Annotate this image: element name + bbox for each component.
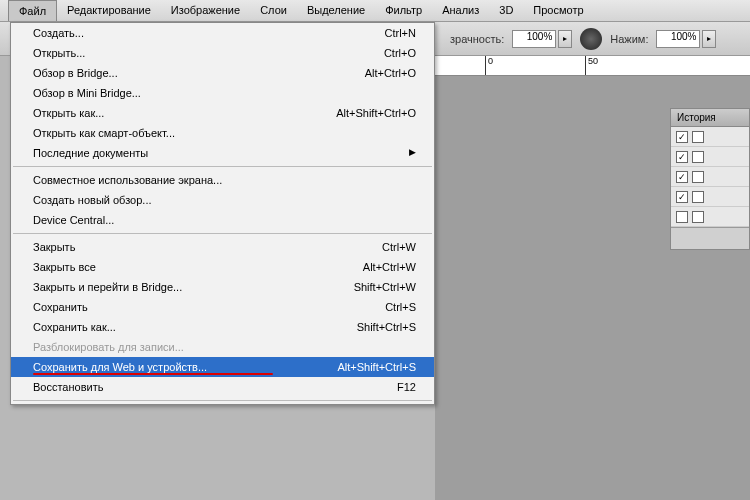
menu-3d[interactable]: 3D bbox=[489, 0, 523, 21]
menu-separator bbox=[13, 233, 432, 234]
menu-item[interactable]: Создать новый обзор... bbox=[11, 190, 434, 210]
menu-item-shortcut: Alt+Shift+Ctrl+S bbox=[337, 361, 416, 373]
menu-item[interactable]: Открыть как...Alt+Shift+Ctrl+O bbox=[11, 103, 434, 123]
menu-файл[interactable]: Файл bbox=[8, 0, 57, 21]
menu-item[interactable]: Открыть...Ctrl+O bbox=[11, 43, 434, 63]
menu-item-label: Восстановить bbox=[33, 381, 103, 393]
menu-item[interactable]: Создать...Ctrl+N bbox=[11, 23, 434, 43]
menu-item-label: Совместное использование экрана... bbox=[33, 174, 222, 186]
menu-редактирование[interactable]: Редактирование bbox=[57, 0, 161, 21]
ruler-horizontal: 050 bbox=[435, 56, 750, 76]
menu-item[interactable]: Открыть как смарт-объект... bbox=[11, 123, 434, 143]
menu-просмотр[interactable]: Просмотр bbox=[523, 0, 593, 21]
pressure-field[interactable]: 100% ▸ bbox=[656, 30, 716, 48]
menu-item-label: Сохранить для Web и устройств... bbox=[33, 361, 207, 373]
menu-item-shortcut: Ctrl+O bbox=[384, 47, 416, 59]
history-row[interactable]: ✓ bbox=[671, 167, 749, 187]
menu-item-shortcut: Shift+Ctrl+W bbox=[354, 281, 416, 293]
visibility-checkbox[interactable]: ✓ bbox=[676, 151, 688, 163]
menu-item-shortcut: Alt+Shift+Ctrl+O bbox=[336, 107, 416, 119]
menu-item[interactable]: СохранитьCtrl+S bbox=[11, 297, 434, 317]
history-tab[interactable]: История bbox=[671, 109, 749, 127]
menu-item-shortcut: Alt+Ctrl+W bbox=[363, 261, 416, 273]
menu-item-label: Открыть... bbox=[33, 47, 85, 59]
menu-item[interactable]: Закрыть всеAlt+Ctrl+W bbox=[11, 257, 434, 277]
menu-item[interactable]: ЗакрытьCtrl+W bbox=[11, 237, 434, 257]
menu-слои[interactable]: Слои bbox=[250, 0, 297, 21]
menu-item-label: Обзор в Bridge... bbox=[33, 67, 118, 79]
menu-item-label: Сохранить как... bbox=[33, 321, 116, 333]
menu-separator bbox=[13, 166, 432, 167]
visibility-checkbox[interactable]: ✓ bbox=[676, 191, 688, 203]
file-menu-dropdown: Создать...Ctrl+NОткрыть...Ctrl+OОбзор в … bbox=[10, 22, 435, 405]
menu-item-label: Закрыть и перейти в Bridge... bbox=[33, 281, 182, 293]
menu-item-label: Последние документы bbox=[33, 147, 148, 159]
history-checkbox[interactable] bbox=[692, 211, 704, 223]
history-row[interactable]: ✓ bbox=[671, 147, 749, 167]
menu-item-label: Создать новый обзор... bbox=[33, 194, 152, 206]
menu-item-label: Открыть как... bbox=[33, 107, 104, 119]
menu-item-shortcut: Ctrl+N bbox=[385, 27, 416, 39]
menu-фильтр[interactable]: Фильтр bbox=[375, 0, 432, 21]
opacity-label: зрачность: bbox=[450, 33, 504, 45]
menu-item-label: Разблокировать для записи... bbox=[33, 341, 184, 353]
menu-анализ[interactable]: Анализ bbox=[432, 0, 489, 21]
menu-item-label: Device Central... bbox=[33, 214, 114, 226]
menu-item-shortcut: Shift+Ctrl+S bbox=[357, 321, 416, 333]
menu-item-label: Открыть как смарт-объект... bbox=[33, 127, 175, 139]
menu-item: Разблокировать для записи... bbox=[11, 337, 434, 357]
ruler-tick: 0 bbox=[485, 56, 493, 76]
ruler-tick: 50 bbox=[585, 56, 598, 76]
pressure-spinner[interactable]: ▸ bbox=[702, 30, 716, 48]
history-row[interactable] bbox=[671, 207, 749, 227]
menu-item-shortcut: Ctrl+W bbox=[382, 241, 416, 253]
history-panel: История ✓✓✓✓ bbox=[670, 108, 750, 250]
menu-item[interactable]: ВосстановитьF12 bbox=[11, 377, 434, 397]
visibility-checkbox[interactable]: ✓ bbox=[676, 131, 688, 143]
pressure-label: Нажим: bbox=[610, 33, 648, 45]
menu-item[interactable]: Device Central... bbox=[11, 210, 434, 230]
menu-item-label: Обзор в Mini Bridge... bbox=[33, 87, 141, 99]
panel-footer bbox=[671, 227, 749, 249]
menu-item-label: Создать... bbox=[33, 27, 84, 39]
history-checkbox[interactable] bbox=[692, 151, 704, 163]
menu-item[interactable]: Закрыть и перейти в Bridge...Shift+Ctrl+… bbox=[11, 277, 434, 297]
menu-выделение[interactable]: Выделение bbox=[297, 0, 375, 21]
menu-item-shortcut: Ctrl+S bbox=[385, 301, 416, 313]
history-checkbox[interactable] bbox=[692, 131, 704, 143]
menu-item[interactable]: Совместное использование экрана... bbox=[11, 170, 434, 190]
opacity-input[interactable]: 100% bbox=[512, 30, 556, 48]
menu-изображение[interactable]: Изображение bbox=[161, 0, 250, 21]
visibility-checkbox[interactable]: ✓ bbox=[676, 171, 688, 183]
menubar: ФайлРедактированиеИзображениеСлоиВыделен… bbox=[0, 0, 750, 22]
history-row[interactable]: ✓ bbox=[671, 187, 749, 207]
history-row[interactable]: ✓ bbox=[671, 127, 749, 147]
menu-item[interactable]: Последние документы bbox=[11, 143, 434, 163]
menu-item-shortcut: Alt+Ctrl+O bbox=[365, 67, 416, 79]
menu-separator bbox=[13, 400, 432, 401]
menu-item[interactable]: Сохранить для Web и устройств...Alt+Shif… bbox=[11, 357, 434, 377]
history-checkbox[interactable] bbox=[692, 191, 704, 203]
menu-item[interactable]: Обзор в Bridge...Alt+Ctrl+O bbox=[11, 63, 434, 83]
menu-item-label: Сохранить bbox=[33, 301, 88, 313]
opacity-spinner[interactable]: ▸ bbox=[558, 30, 572, 48]
brush-icon[interactable] bbox=[580, 28, 602, 50]
menu-item[interactable]: Обзор в Mini Bridge... bbox=[11, 83, 434, 103]
opacity-field[interactable]: 100% ▸ bbox=[512, 30, 572, 48]
menu-item[interactable]: Сохранить как...Shift+Ctrl+S bbox=[11, 317, 434, 337]
menu-item-label: Закрыть bbox=[33, 241, 75, 253]
visibility-checkbox[interactable] bbox=[676, 211, 688, 223]
menu-item-label: Закрыть все bbox=[33, 261, 96, 273]
menu-item-shortcut: F12 bbox=[397, 381, 416, 393]
pressure-input[interactable]: 100% bbox=[656, 30, 700, 48]
history-checkbox[interactable] bbox=[692, 171, 704, 183]
